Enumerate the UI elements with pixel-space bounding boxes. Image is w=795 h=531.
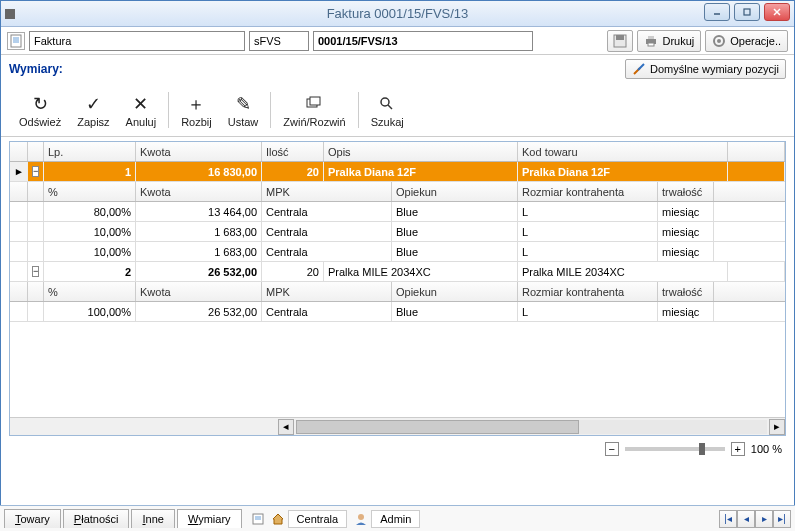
search-button[interactable]: Szukaj	[363, 92, 412, 128]
svg-rect-9	[616, 35, 624, 40]
collapse-icon[interactable]: −	[32, 266, 39, 277]
col-ilosc[interactable]: Ilość	[262, 142, 324, 161]
svg-point-25	[358, 514, 364, 520]
zoom-out-button[interactable]: −	[605, 442, 619, 456]
maximize-button[interactable]	[734, 3, 760, 21]
operations-label: Operacje..	[730, 35, 781, 47]
horizontal-scrollbar[interactable]: ◂ ▸	[10, 417, 785, 435]
grid-subheader-row: % Kwota MPK Opiekun Rozmiar kontrahenta …	[10, 282, 785, 302]
svg-rect-12	[648, 43, 654, 46]
save-icon-button[interactable]	[607, 30, 633, 52]
top-toolbar: Drukuj Operacje..	[1, 27, 794, 55]
table-row[interactable]: 80,00% 13 464,00 Centrala Blue L miesiąc	[10, 202, 785, 222]
tab-wymiary[interactable]: Wymiary	[177, 509, 242, 528]
save-button[interactable]: ✓Zapisz	[69, 92, 117, 128]
user-icon[interactable]	[353, 511, 369, 527]
zoom-in-button[interactable]: +	[731, 442, 745, 456]
collapse-button[interactable]: Zwiń/Rozwiń	[275, 92, 353, 128]
tab-inne[interactable]: Inne	[131, 509, 174, 528]
nav-next-button[interactable]: ▸	[755, 510, 773, 528]
tab-platnosci[interactable]: Płatności	[63, 509, 130, 528]
nav-first-button[interactable]: |◂	[719, 510, 737, 528]
check-icon: ✓	[86, 92, 101, 116]
record-nav: |◂ ◂ ▸ ▸|	[719, 510, 791, 528]
table-row[interactable]: 100,00% 26 532,00 Centrala Blue L miesią…	[10, 302, 785, 322]
close-button[interactable]	[764, 3, 790, 21]
tab-towary[interactable]: Towary	[4, 509, 61, 528]
grid-container: Lp. Kwota Ilość Opis Kod towaru ▸ − 1 16…	[9, 141, 786, 436]
plus-icon: ＋	[187, 92, 205, 116]
x-icon: ✕	[133, 92, 148, 116]
set-button[interactable]: ✎Ustaw	[220, 92, 267, 128]
table-row[interactable]: 10,00% 1 683,00 Centrala Blue L miesiąc	[10, 242, 785, 262]
data-grid[interactable]: Lp. Kwota Ilość Opis Kod towaru ▸ − 1 16…	[10, 142, 785, 417]
default-dimensions-button[interactable]: Domyślne wymiary pozycji	[625, 59, 786, 79]
nav-last-button[interactable]: ▸|	[773, 510, 791, 528]
col-opis[interactable]: Opis	[324, 142, 518, 161]
scroll-thumb[interactable]	[296, 420, 579, 434]
svg-rect-4	[11, 35, 21, 47]
svg-rect-18	[310, 97, 320, 105]
grid-subheader-row: % Kwota MPK Opiekun Rozmiar kontrahenta …	[10, 182, 785, 202]
print-button[interactable]: Drukuj	[637, 30, 701, 52]
tools-icon	[632, 62, 646, 76]
note-icon[interactable]	[250, 511, 266, 527]
svg-rect-1	[744, 9, 750, 15]
col-lp[interactable]: Lp.	[44, 142, 136, 161]
edit-icon: ✎	[236, 92, 251, 116]
zoom-slider[interactable]	[625, 447, 725, 451]
home-icon[interactable]	[270, 511, 286, 527]
document-icon	[7, 32, 25, 50]
svg-line-20	[388, 105, 392, 109]
print-label: Drukuj	[662, 35, 694, 47]
separator	[270, 92, 271, 128]
section-title: Wymiary:	[9, 62, 63, 76]
nav-prev-button[interactable]: ◂	[737, 510, 755, 528]
svg-point-14	[717, 39, 721, 43]
window-title: Faktura 0001/15/FVS/13	[327, 6, 469, 21]
group-row[interactable]: ▸ − 1 16 830,00 20 Pralka Diana 12F Pral…	[10, 162, 785, 182]
svg-marker-24	[273, 514, 283, 524]
doc-prefix-field[interactable]	[249, 31, 309, 51]
grid-header-row: Lp. Kwota Ilość Opis Kod towaru	[10, 142, 785, 162]
search-icon	[379, 92, 395, 116]
group-row[interactable]: − 2 26 532,00 20 Pralka MILE 2034XC Pral…	[10, 262, 785, 282]
action-toolbar: ↻Odśwież ✓Zapisz ✕Anuluj ＋Rozbij ✎Ustaw …	[1, 83, 794, 137]
table-row[interactable]: 10,00% 1 683,00 Centrala Blue L miesiąc	[10, 222, 785, 242]
titlebar: Faktura 0001/15/FVS/13	[1, 1, 794, 27]
separator	[168, 92, 169, 128]
status-user: Admin	[371, 510, 420, 528]
status-location: Centrala	[288, 510, 348, 528]
operations-button[interactable]: Operacje..	[705, 30, 788, 52]
gear-icon	[712, 34, 726, 48]
doc-type-field[interactable]	[29, 31, 245, 51]
separator	[358, 92, 359, 128]
refresh-button[interactable]: ↻Odśwież	[11, 92, 69, 128]
zoom-control: − + 100 %	[1, 436, 794, 462]
stack-icon	[305, 92, 323, 116]
svg-line-16	[638, 64, 644, 70]
default-dimensions-label: Domyślne wymiary pozycji	[650, 63, 779, 75]
split-button[interactable]: ＋Rozbij	[173, 92, 220, 128]
collapse-icon[interactable]: −	[32, 166, 39, 177]
refresh-icon: ↻	[33, 92, 48, 116]
doc-number-field[interactable]	[313, 31, 533, 51]
printer-icon	[644, 34, 658, 48]
scroll-left-button[interactable]: ◂	[278, 419, 294, 435]
col-kwota[interactable]: Kwota	[136, 142, 262, 161]
app-icon	[5, 9, 15, 19]
section-header: Wymiary: Domyślne wymiary pozycji	[1, 55, 794, 83]
scroll-right-button[interactable]: ▸	[769, 419, 785, 435]
svg-point-19	[381, 98, 389, 106]
minimize-button[interactable]	[704, 3, 730, 21]
zoom-value: 100 %	[751, 443, 782, 455]
bottom-bar: Towary Płatności Inne Wymiary Centrala A…	[0, 505, 795, 531]
cancel-button[interactable]: ✕Anuluj	[118, 92, 165, 128]
col-kod[interactable]: Kod towaru	[518, 142, 728, 161]
svg-rect-11	[648, 36, 654, 39]
